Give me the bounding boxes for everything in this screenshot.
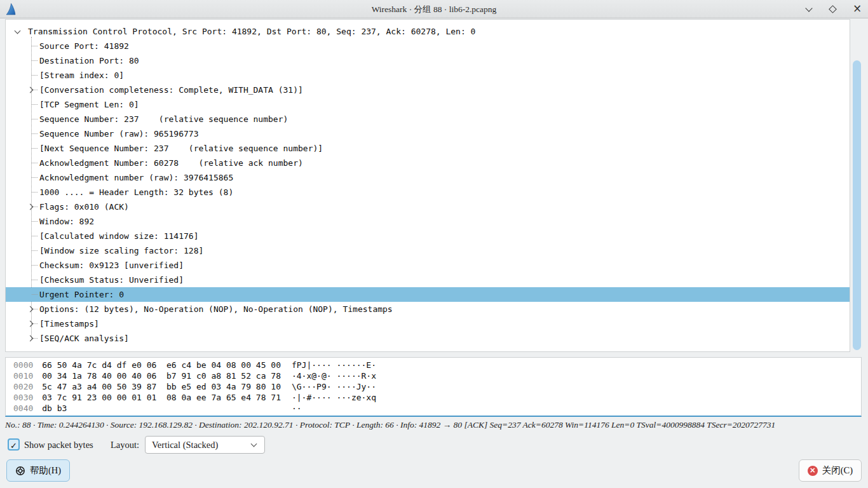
tree-branch-tick: [32, 192, 37, 193]
tree-row[interactable]: Urgent Pointer: 0: [6, 287, 850, 302]
tree-row[interactable]: Acknowledgment number (raw): 3976415865: [6, 170, 850, 185]
hex-row[interactable]: 00205c 47 a3 a4 00 50 39 87 bb e5 ed 03 …: [13, 381, 861, 392]
tree-row-text: Options: (12 bytes), No-Operation (NOP),…: [6, 302, 850, 316]
tree-row-text: Transmission Control Protocol, Src Port:…: [6, 24, 850, 39]
tree-branch-tick: [32, 60, 37, 61]
tree-branch-tick: [32, 280, 37, 280]
hex-offset: 0030: [13, 392, 33, 403]
chevron-down-icon: [251, 441, 257, 447]
hex-ascii: \G···P9· ····Jy··: [292, 381, 376, 392]
tree-row-text: Sequence Number (raw): 965196773: [6, 126, 850, 141]
hex-row[interactable]: 000066 50 4a 7c d4 df e0 06 e6 c4 be 04 …: [13, 360, 861, 370]
tree-row[interactable]: Checksum: 0x9123 [unverified]: [6, 258, 850, 273]
tree-row-text: 1000 .... = Header Length: 32 bytes (8): [6, 185, 850, 200]
hex-ascii: fPJ|···· ······E·: [292, 360, 376, 370]
maximize-icon[interactable]: [829, 5, 837, 14]
tree-row-text: Window: 892: [6, 214, 850, 229]
tree-row[interactable]: [Next Sequence Number: 237 (relative seq…: [6, 141, 850, 156]
tree-row[interactable]: Source Port: 41892: [6, 39, 850, 53]
show-packet-bytes-checkbox[interactable]: ✓: [8, 438, 20, 451]
hex-bytes: 03 7c 91 23 00 00 01 01 08 0a ee 7a 65 e…: [42, 392, 281, 403]
tree-row[interactable]: Window: 892: [6, 214, 850, 229]
layout-dropdown[interactable]: Vertical (Stacked): [145, 436, 265, 454]
close-button-label: 关闭(C): [822, 464, 853, 477]
tree-row[interactable]: [TCP Segment Len: 0]: [6, 97, 850, 112]
tree-row-text: Urgent Pointer: 0: [6, 287, 850, 302]
tree-scrollbar-track[interactable]: [851, 19, 863, 352]
tree-row[interactable]: Acknowledgment Number: 60278 (relative a…: [6, 156, 850, 170]
tree-row-text: [Conversation completeness: Complete, WI…: [6, 83, 850, 97]
tree-row-text: [Checksum Status: Unverified]: [6, 273, 850, 287]
hex-row[interactable]: 001000 34 1a 78 40 00 40 06 b7 91 c0 a8 …: [13, 370, 861, 381]
tree-row[interactable]: Destination Port: 80: [6, 53, 850, 68]
hex-bytes: 00 34 1a 78 40 00 40 06 b7 91 c0 a8 81 5…: [42, 370, 281, 381]
window-title: Wireshark · 分组 88 · lib6-2.pcapng: [0, 0, 868, 18]
tree-branch-tick: [32, 221, 37, 222]
tree-row-text: [Calculated window size: 114176]: [6, 229, 850, 243]
hex-offset: 0020: [13, 381, 33, 392]
tree-branch-tick: [32, 119, 37, 119]
help-button[interactable]: 帮助(H): [6, 459, 70, 482]
tree-branch-tick: [32, 236, 37, 236]
hex-ascii: ·4·x@·@· ·····R·x: [292, 370, 376, 381]
tree-row[interactable]: Options: (12 bytes), No-Operation (NOP),…: [6, 302, 850, 316]
tree-branch-tick: [32, 265, 37, 266]
tree-row[interactable]: Sequence Number (raw): 965196773: [6, 126, 850, 141]
tree-branch-tick: [32, 75, 37, 76]
packet-detail-tree: Transmission Control Protocol, Src Port:…: [5, 19, 850, 352]
checkmark-icon: ✓: [10, 441, 17, 451]
hex-bytes: 5c 47 a3 a4 00 50 39 87 bb e5 ed 03 4a 7…: [42, 381, 281, 392]
tree-row-text: Acknowledgment Number: 60278 (relative a…: [6, 156, 850, 170]
tree-branch-tick: [32, 133, 37, 134]
packet-detail-window: Wireshark · 分组 88 · lib6-2.pcapng × Tran…: [0, 0, 868, 488]
tree-row[interactable]: [Timestamps]: [6, 316, 850, 331]
tree-scrollbar-thumb[interactable]: [853, 60, 861, 350]
minimize-icon[interactable]: [804, 5, 813, 14]
titlebar: Wireshark · 分组 88 · lib6-2.pcapng ×: [0, 0, 868, 18]
close-window-icon[interactable]: ×: [853, 5, 862, 14]
tree-row[interactable]: [Calculated window size: 114176]: [6, 229, 850, 243]
show-packet-bytes-label: Show packet bytes: [24, 436, 93, 454]
tree-row[interactable]: [Checksum Status: Unverified]: [6, 273, 850, 287]
tree-row[interactable]: [Window size scaling factor: 128]: [6, 243, 850, 258]
window-controls: ×: [804, 0, 862, 18]
tree-branch-tick: [32, 148, 37, 149]
close-x-icon: ×: [808, 466, 818, 476]
tree-branch-tick: [32, 294, 37, 295]
tree-row[interactable]: [Stream index: 0]: [6, 68, 850, 83]
layout-label: Layout:: [111, 436, 139, 454]
tree-row[interactable]: 1000 .... = Header Length: 32 bytes (8): [6, 185, 850, 200]
hex-offset: 0040: [13, 403, 33, 414]
hex-ascii: ··: [292, 403, 302, 414]
hex-bytes: 66 50 4a 7c d4 df e0 06 e6 c4 be 04 08 0…: [42, 360, 281, 370]
packet-bytes-pane: 000066 50 4a 7c d4 df e0 06 e6 c4 be 04 …: [5, 357, 862, 417]
tree-branch-tick: [32, 104, 37, 105]
tree-row-text: Flags: 0x010 (ACK): [6, 200, 850, 214]
tree-row-text: [TCP Segment Len: 0]: [6, 97, 850, 112]
tree-branch-tick: [32, 250, 37, 251]
tree-row[interactable]: [Conversation completeness: Complete, WI…: [6, 83, 850, 97]
controls-row: ✓ Show packet bytes Layout: Vertical (St…: [0, 436, 868, 454]
hex-ascii: ·|·#···· ···ze·xq: [292, 392, 376, 403]
tree-row-text: Checksum: 0x9123 [unverified]: [6, 258, 850, 273]
hex-offset: 0010: [13, 370, 33, 381]
tree-row[interactable]: [SEQ/ACK analysis]: [6, 331, 850, 346]
tree-row[interactable]: Sequence Number: 237 (relative sequence …: [6, 112, 850, 126]
layout-dropdown-value: Vertical (Stacked): [152, 440, 218, 450]
hex-row[interactable]: 003003 7c 91 23 00 00 01 01 08 0a ee 7a …: [13, 392, 861, 403]
tree-branch-tick: [32, 46, 37, 46]
tree-branch-tick: [32, 163, 37, 163]
help-lifebuoy-icon: [15, 466, 25, 476]
tree-row-text: [Stream index: 0]: [6, 68, 850, 83]
tree-row[interactable]: Flags: 0x010 (ACK): [6, 200, 850, 214]
tree-row-text: [SEQ/ACK analysis]: [6, 331, 850, 346]
tree-row[interactable]: Transmission Control Protocol, Src Port:…: [6, 24, 850, 39]
tree-row-text: [Window size scaling factor: 128]: [6, 243, 850, 258]
hex-row[interactable]: 0040db b3··: [13, 403, 861, 414]
tree-row-text: Destination Port: 80: [6, 53, 850, 68]
close-button[interactable]: × 关闭(C): [799, 459, 862, 482]
tree-row-text: Acknowledgment number (raw): 3976415865: [6, 170, 850, 185]
tree-branch-tick: [32, 177, 37, 178]
hex-offset: 0000: [13, 360, 33, 370]
packet-summary-status: No.: 88 · Time: 0.244264130 · Source: 19…: [5, 420, 863, 431]
